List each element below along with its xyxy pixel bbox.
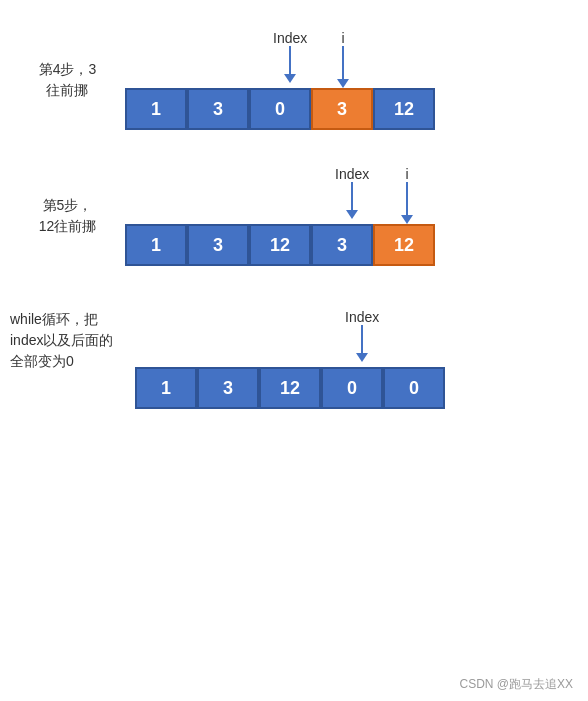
step5-cell-3: 3 <box>311 224 373 266</box>
step5-cell-2: 12 <box>249 224 311 266</box>
while-index-label: Index <box>345 309 379 325</box>
while-cell-0: 1 <box>135 367 197 409</box>
step4-i-shaft <box>342 46 344 79</box>
step4-i-label: i <box>341 30 344 46</box>
step5-text: 第5步， 12往前挪 <box>39 195 97 237</box>
step4-arrows: Index i <box>125 30 435 88</box>
step5-index-arrow: Index <box>335 166 369 224</box>
while-cell-2: 12 <box>259 367 321 409</box>
step5-i-head <box>401 215 413 224</box>
step4-cell-1: 3 <box>187 88 249 130</box>
step5-index-label: Index <box>335 166 369 182</box>
step5-cells: 1 3 12 3 12 <box>125 224 578 266</box>
watermark: CSDN @跑马去追XX <box>459 676 573 693</box>
step4-i-head <box>337 79 349 88</box>
step4-cell-0: 1 <box>125 88 187 130</box>
while-arrows: Index <box>135 309 445 367</box>
section-while: while循环，把 index以及后面的 全部变为0 Index 1 3 12 … <box>10 309 578 409</box>
step4-cell-4: 12 <box>373 88 435 130</box>
step5-arrows: Index i <box>125 166 435 224</box>
step4-index-shaft <box>289 46 291 74</box>
while-cell-3: 0 <box>321 367 383 409</box>
while-cells: 1 3 12 0 0 <box>135 367 578 409</box>
step4-i-arrow: i <box>337 30 349 88</box>
step5-cell-4: 12 <box>373 224 435 266</box>
step5-index-head <box>346 210 358 219</box>
step4-index-head <box>284 74 296 83</box>
while-index-arrow: Index <box>345 309 379 367</box>
step4-label: 第4步，3 往前挪 <box>10 30 125 130</box>
step5-i-shaft <box>406 182 408 215</box>
while-cell-4: 0 <box>383 367 445 409</box>
step4-index-label: Index <box>273 30 307 46</box>
while-index-head <box>356 353 368 362</box>
step5-cell-1: 3 <box>187 224 249 266</box>
section-step5: 第5步， 12往前挪 Index i 1 3 12 <box>10 166 578 266</box>
step4-right: Index i 1 3 0 3 12 <box>125 30 578 130</box>
while-index-shaft <box>361 325 363 353</box>
step5-index-shaft <box>351 182 353 210</box>
step5-cell-0: 1 <box>125 224 187 266</box>
step4-cell-2: 0 <box>249 88 311 130</box>
section-step4: 第4步，3 往前挪 Index i 1 3 <box>10 30 578 130</box>
while-cell-1: 3 <box>197 367 259 409</box>
diagram-container: 第4步，3 往前挪 Index i 1 3 <box>0 0 588 701</box>
step4-index-arrow: Index <box>273 30 307 88</box>
step4-cells: 1 3 0 3 12 <box>125 88 578 130</box>
step4-text: 第4步，3 往前挪 <box>39 59 97 101</box>
while-right: Index 1 3 12 0 0 <box>135 309 578 409</box>
while-text: while循环，把 index以及后面的 全部变为0 <box>10 309 113 372</box>
step5-label: 第5步， 12往前挪 <box>10 166 125 266</box>
step4-cell-3: 3 <box>311 88 373 130</box>
step5-i-label: i <box>405 166 408 182</box>
while-label: while循环，把 index以及后面的 全部变为0 <box>10 309 135 409</box>
step5-right: Index i 1 3 12 3 12 <box>125 166 578 266</box>
step5-i-arrow: i <box>401 166 413 224</box>
